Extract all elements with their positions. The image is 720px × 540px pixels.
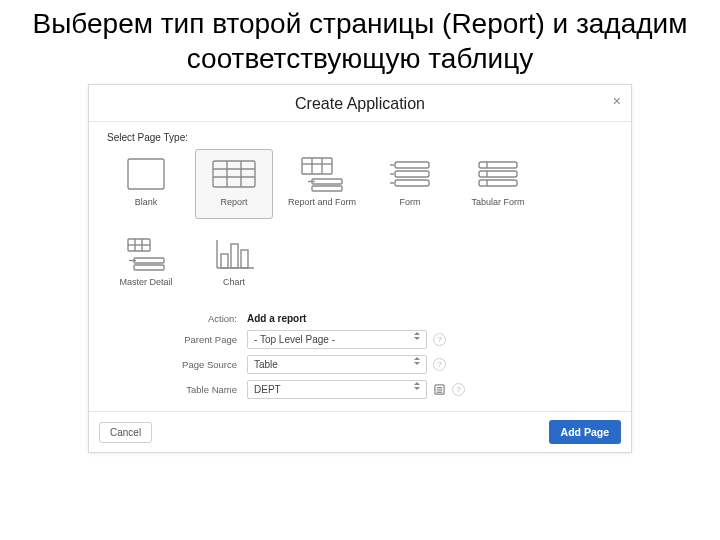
select-page-type-label: Select Page Type: (107, 132, 613, 143)
tile-master-detail[interactable]: Master Detail (107, 229, 185, 299)
svg-rect-34 (221, 254, 228, 268)
table-name-select[interactable] (247, 380, 427, 399)
svg-rect-10 (312, 179, 342, 184)
page-source-select[interactable] (247, 355, 427, 374)
svg-rect-17 (395, 180, 429, 186)
close-icon[interactable]: × (613, 93, 621, 109)
tile-tabular-form[interactable]: Tabular Form (459, 149, 537, 219)
svg-rect-36 (241, 250, 248, 268)
svg-rect-1 (213, 161, 255, 187)
tile-report-and-form[interactable]: Report and Form (283, 149, 361, 219)
help-icon[interactable]: ? (433, 358, 446, 371)
parent-page-select[interactable] (247, 330, 427, 349)
cancel-button[interactable]: Cancel (99, 422, 152, 443)
help-icon[interactable]: ? (452, 383, 465, 396)
svg-rect-35 (231, 244, 238, 268)
tile-label: Report and Form (288, 198, 356, 208)
svg-rect-21 (479, 171, 517, 177)
tile-blank[interactable]: Blank (107, 149, 185, 219)
help-icon[interactable]: ? (433, 333, 446, 346)
dialog-title: Create Application (89, 95, 631, 113)
tile-report[interactable]: Report (195, 149, 273, 219)
tile-form[interactable]: Form (371, 149, 449, 219)
action-label: Action: (167, 313, 247, 324)
tile-label: Form (400, 198, 421, 208)
svg-rect-12 (312, 186, 342, 191)
parent-page-label: Parent Page (167, 334, 247, 345)
form-area: Action: Add a report Parent Page ? Page … (167, 313, 613, 399)
dialog-body: Select Page Type: Blank Report (89, 122, 631, 411)
action-value: Add a report (247, 313, 306, 324)
svg-rect-15 (395, 171, 429, 177)
table-name-label: Table Name (167, 384, 247, 395)
tile-label: Master Detail (119, 278, 172, 288)
list-popup-icon[interactable] (433, 383, 446, 396)
dialog-header: Create Application × (89, 85, 631, 122)
dialog-footer: Cancel Add Page (89, 411, 631, 452)
slide-title: Выберем тип второй страницы (Report) и з… (0, 0, 720, 84)
svg-rect-31 (134, 265, 164, 270)
page-type-tiles: Blank Report (107, 149, 613, 299)
svg-rect-23 (479, 180, 517, 186)
tile-label: Tabular Form (471, 198, 524, 208)
tile-label: Chart (223, 278, 245, 288)
svg-rect-13 (395, 162, 429, 168)
svg-rect-19 (479, 162, 517, 168)
svg-rect-29 (134, 258, 164, 263)
svg-rect-6 (302, 158, 332, 174)
tile-label: Report (220, 198, 247, 208)
svg-rect-0 (128, 159, 164, 189)
tile-label: Blank (135, 198, 158, 208)
tile-chart[interactable]: Chart (195, 229, 273, 299)
add-page-button[interactable]: Add Page (549, 420, 621, 444)
page-source-label: Page Source (167, 359, 247, 370)
create-application-dialog: Create Application × Select Page Type: B… (88, 84, 632, 453)
